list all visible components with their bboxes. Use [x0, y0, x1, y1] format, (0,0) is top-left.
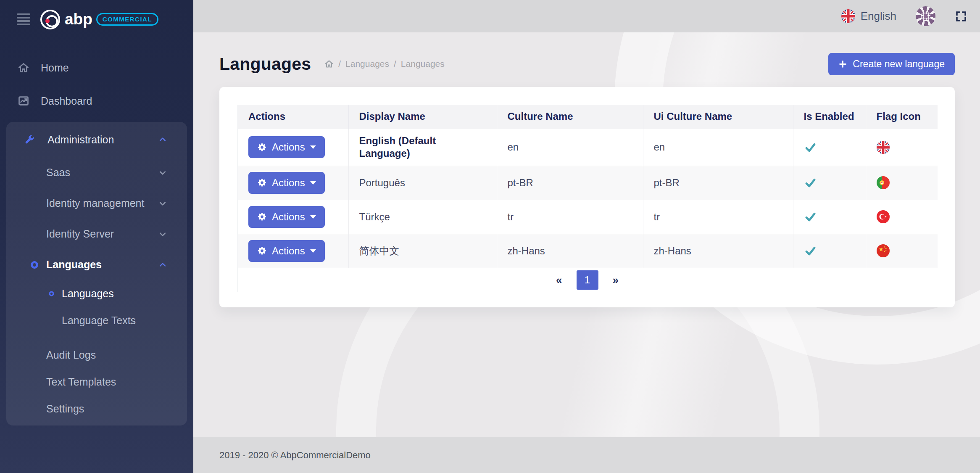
language-selector[interactable]: English: [841, 9, 896, 23]
sidebar-item-languages[interactable]: Languages: [6, 280, 187, 307]
column-header-culture-name: Culture Name: [497, 105, 643, 129]
sidebar-item-home[interactable]: Home: [0, 55, 193, 80]
gear-icon: [257, 178, 267, 188]
page-title: Languages: [219, 54, 311, 74]
user-avatar[interactable]: [916, 6, 935, 26]
brand-logo[interactable]: abp COMMERCIAL: [40, 10, 158, 29]
page-footer: 2019 - 2020 © AbpCommercialDemo: [193, 437, 980, 473]
sidebar-item-audit-logs[interactable]: Audit Logs: [6, 341, 187, 368]
actions-button-label: Actions: [272, 141, 305, 153]
table-row: Actions 简体中文 zh-Hans zh-Hans: [238, 234, 938, 268]
chevron-down-icon: [158, 230, 167, 238]
sidebar-item-label: Identity management: [46, 197, 144, 209]
row-actions-button[interactable]: Actions: [248, 240, 325, 262]
enabled-check-icon: [804, 177, 817, 188]
breadcrumb-home-icon[interactable]: [324, 59, 334, 69]
portugal-flag-icon: [877, 176, 890, 189]
sidebar-item-label: Saas: [46, 166, 70, 179]
create-new-language-button[interactable]: Create new language: [828, 53, 955, 75]
ui-culture-name-cell: en: [643, 129, 793, 166]
ui-culture-name-cell: pt-BR: [643, 166, 793, 200]
menu-toggle-icon[interactable]: [17, 13, 30, 25]
home-icon: [18, 62, 29, 74]
page-header: Languages / Languages / Languages Create…: [219, 49, 955, 79]
administration-group: Administration Saas Identity management …: [6, 122, 187, 425]
uk-flag-icon: [841, 9, 855, 23]
table-row: Actions Türkçe tr tr: [238, 200, 938, 234]
languages-table-wrap: Actions Display Name Culture Name Ui Cul…: [237, 105, 937, 292]
sidebar-item-label: Audit Logs: [46, 349, 96, 361]
breadcrumb-item[interactable]: Languages: [401, 59, 445, 69]
breadcrumb: / Languages / Languages: [324, 59, 445, 69]
china-flag-icon: [877, 244, 890, 257]
create-button-label: Create new language: [853, 58, 945, 70]
language-label: English: [861, 10, 896, 23]
table-row: Actions English (Default Language) en en: [238, 129, 938, 166]
dashboard-chart-icon: [18, 95, 29, 107]
ui-culture-name-cell: tr: [643, 200, 793, 234]
uk-flag-icon: [877, 141, 890, 154]
circle-dot-icon: [30, 260, 39, 270]
actions-button-label: Actions: [272, 245, 305, 257]
pagination-prev-button[interactable]: «: [556, 274, 562, 287]
sidebar-item-administration[interactable]: Administration: [6, 122, 187, 157]
sidebar-item-label: Home: [41, 62, 69, 74]
column-header-is-enabled: Is Enabled: [793, 105, 866, 129]
sidebar-item-label: Languages: [62, 288, 114, 300]
languages-card: Actions Display Name Culture Name Ui Cul…: [219, 87, 955, 307]
sidebar-item-identity-management[interactable]: Identity management: [6, 188, 187, 219]
sidebar: abp COMMERCIAL Home Dashboard Administra…: [0, 0, 193, 473]
pagination-next-button[interactable]: »: [613, 274, 619, 287]
column-header-actions: Actions: [238, 105, 348, 129]
actions-button-label: Actions: [272, 211, 305, 223]
sidebar-item-dashboard[interactable]: Dashboard: [0, 89, 193, 113]
gear-icon: [257, 212, 267, 222]
gear-icon: [257, 143, 267, 152]
sidebar-item-language-texts[interactable]: Language Texts: [6, 307, 187, 334]
topbar: English: [193, 0, 980, 32]
sidebar-item-identity-server[interactable]: Identity Server: [6, 219, 187, 249]
abp-logo-icon: [40, 10, 60, 29]
sidebar-item-label: Administration: [47, 134, 114, 146]
circle-dot-icon: [48, 291, 55, 297]
row-actions-button[interactable]: Actions: [248, 136, 325, 158]
breadcrumb-item[interactable]: Languages: [345, 59, 389, 69]
culture-name-cell: en: [497, 129, 643, 166]
sidebar-item-text-templates[interactable]: Text Templates: [6, 368, 187, 395]
actions-button-label: Actions: [272, 177, 305, 189]
display-name-cell: 简体中文: [348, 234, 497, 268]
sidebar-item-label: Dashboard: [41, 95, 92, 107]
sidebar-item-label: Settings: [46, 403, 84, 415]
table-header-row: Actions Display Name Culture Name Ui Cul…: [238, 105, 938, 129]
sidebar-item-saas[interactable]: Saas: [6, 157, 187, 188]
row-actions-button[interactable]: Actions: [248, 172, 325, 194]
caret-down-icon: [310, 215, 316, 219]
turkey-flag-icon: [877, 210, 890, 223]
column-header-flag-icon: Flag Icon: [866, 105, 938, 129]
caret-down-icon: [310, 181, 316, 185]
brand-badge: COMMERCIAL: [96, 13, 158, 26]
column-header-display-name: Display Name: [348, 105, 497, 129]
sidebar-item-settings[interactable]: Settings: [6, 395, 187, 422]
chevron-down-icon: [158, 169, 167, 177]
caret-down-icon: [310, 249, 316, 253]
breadcrumb-separator: /: [394, 59, 396, 69]
main-content: Languages / Languages / Languages Create…: [193, 32, 980, 437]
enabled-check-icon: [804, 211, 817, 222]
brand-name: abp: [65, 11, 92, 28]
pagination-page-1[interactable]: 1: [577, 270, 598, 290]
chevron-up-icon: [158, 261, 167, 269]
culture-name-cell: pt-BR: [497, 166, 643, 200]
pagination: « 1 »: [238, 268, 937, 292]
fullscreen-icon[interactable]: [955, 10, 967, 23]
culture-name-cell: tr: [497, 200, 643, 234]
display-name-cell: English (Default Language): [348, 129, 497, 166]
caret-down-icon: [310, 145, 316, 149]
enabled-check-icon: [804, 142, 817, 153]
sidebar-item-languages-group[interactable]: Languages: [6, 249, 187, 280]
display-name-cell: Português: [348, 166, 497, 200]
row-actions-button[interactable]: Actions: [248, 206, 325, 228]
enabled-check-icon: [804, 245, 817, 256]
sidebar-brand-row: abp COMMERCIAL: [0, 0, 193, 39]
sidebar-nav: Home Dashboard Administration Saas Ident…: [0, 39, 193, 425]
